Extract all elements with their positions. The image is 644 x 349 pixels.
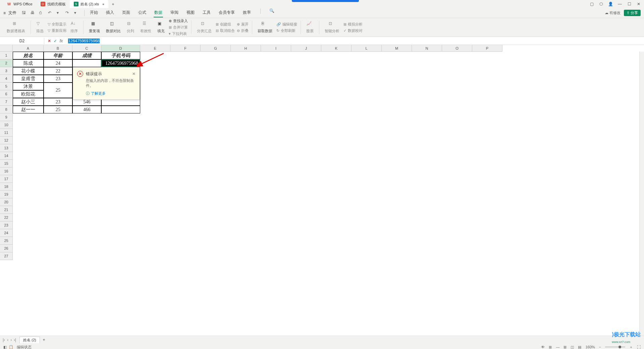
row-header-20[interactable]: 20	[0, 198, 13, 206]
sheet-tab-active[interactable]: 姓名 (2)	[19, 337, 40, 343]
data-cell[interactable]: 12647596975968	[101, 59, 140, 67]
ribbon-pivot[interactable]: ⊞ 数据透视表	[5, 19, 27, 36]
row-header-24[interactable]: 24	[0, 229, 13, 237]
data-cell[interactable]: 沐景	[13, 83, 44, 90]
record-icon[interactable]: ◧	[3, 345, 7, 349]
menu-tab-insert[interactable]: 插入	[105, 8, 115, 17]
cube-icon[interactable]: ⬡	[598, 1, 604, 7]
col-header-D[interactable]: D	[101, 45, 140, 52]
fx-icon[interactable]: fx	[60, 39, 63, 43]
data-cell[interactable]: 赵小三	[13, 98, 44, 106]
ribbon-expand[interactable]: ⊕展开	[237, 22, 249, 27]
data-cell[interactable]: 25	[44, 106, 72, 113]
row-header-12[interactable]: 12	[0, 137, 13, 144]
menu-tab-vip[interactable]: 会员专享	[218, 8, 235, 17]
ribbon-compare[interactable]: ◫ 数据对比	[104, 19, 123, 36]
col-header-C[interactable]: C	[72, 45, 101, 52]
row-header-25[interactable]: 25	[0, 237, 13, 245]
redo-icon[interactable]: ↷	[65, 10, 71, 16]
data-cell[interactable]: 24	[44, 59, 72, 67]
clipboard-icon[interactable]: 📋	[9, 345, 13, 349]
data-cell[interactable]	[72, 59, 101, 67]
ribbon-sort[interactable]: A↓ 排序	[68, 19, 80, 36]
sheet-last-icon[interactable]: ›|	[14, 338, 16, 342]
menu-tab-view[interactable]: 视图	[186, 8, 195, 17]
search-icon[interactable]: 🔍	[269, 8, 275, 14]
header-cell[interactable]: 成绩	[72, 52, 101, 59]
menu-tab-start[interactable]: 开始	[89, 8, 99, 17]
cancel-icon[interactable]: ✕	[48, 39, 51, 43]
sheet-next-icon[interactable]: ›	[10, 338, 12, 342]
row-header-7[interactable]: 7	[0, 98, 13, 106]
sheet-prev-icon[interactable]: ‹	[7, 338, 8, 342]
menu-tab-formula[interactable]: 公式	[138, 8, 147, 17]
data-cell[interactable]: 陈成	[13, 59, 44, 67]
select-all-corner[interactable]	[0, 45, 13, 52]
view-normal-icon[interactable]: ⊞	[564, 345, 567, 349]
redo-dropdown-icon[interactable]: ▾	[74, 10, 79, 16]
close-icon[interactable]: ✕	[636, 1, 641, 7]
file-menu[interactable]: 文件	[8, 10, 16, 16]
ribbon-dropdown[interactable]: ▾下拉列表	[169, 31, 188, 36]
ribbon-split[interactable]: ⊟ 分列	[125, 19, 136, 36]
add-sheet-button[interactable]: ＋	[42, 337, 46, 343]
col-header-L[interactable]: L	[352, 45, 382, 52]
row-header-2[interactable]: 2	[0, 59, 13, 67]
row-header-11[interactable]: 11	[0, 129, 13, 137]
row-header-4[interactable]: 4	[0, 75, 13, 83]
vertical-scrollbar[interactable]	[639, 52, 644, 336]
row-header-3[interactable]: 3	[0, 67, 13, 75]
ribbon-getdata[interactable]: ⎘ 获取数据	[256, 19, 274, 36]
ribbon-reapply[interactable]: ▽重新应用	[48, 28, 66, 33]
row-header-8[interactable]: 8	[0, 106, 13, 113]
data-cell[interactable]: 欧阳花	[13, 90, 44, 98]
tab-document[interactable]: S 姓名 (2).xls ●	[70, 0, 109, 8]
window-restore-icon[interactable]: ▢	[589, 1, 594, 7]
error-link[interactable]: ⓘ 了解更多	[86, 91, 136, 96]
row-header-23[interactable]: 23	[0, 221, 13, 229]
undo-dropdown-icon[interactable]: ▾	[57, 10, 62, 16]
confirm-icon[interactable]: ✓	[54, 39, 57, 43]
row-header-21[interactable]: 21	[0, 206, 13, 214]
ribbon-dedup[interactable]: ▦ 重复项	[87, 19, 102, 36]
col-header-I[interactable]: I	[261, 45, 291, 52]
data-cell[interactable]: 22	[44, 67, 72, 75]
row-header-16[interactable]: 16	[0, 167, 13, 175]
col-header-E[interactable]: E	[140, 45, 170, 52]
header-cell[interactable]: 姓名	[13, 52, 44, 59]
ribbon-validity[interactable]: ☰ 有效性	[138, 19, 153, 36]
save-icon[interactable]: 🖫	[22, 10, 27, 16]
ribbon-fill[interactable]: ▣ 填充	[155, 19, 167, 36]
row-header-19[interactable]: 19	[0, 191, 13, 198]
col-header-K[interactable]: K	[321, 45, 352, 52]
row-header-5[interactable]: 5	[0, 83, 13, 90]
zoom-out-icon[interactable]: −	[599, 345, 601, 349]
col-header-A[interactable]: A	[13, 45, 44, 52]
maximize-icon[interactable]: ☐	[627, 1, 632, 7]
ribbon-refresh[interactable]: ↻全部刷新	[276, 28, 297, 33]
avatar-icon[interactable]: 👤	[608, 1, 613, 7]
ribbon-filter[interactable]: ▽ 筛选	[34, 19, 46, 36]
grid-icon[interactable]: ⊞	[549, 345, 552, 349]
print-icon[interactable]: 🖶	[31, 10, 36, 16]
add-tab-button[interactable]: ＋	[111, 1, 115, 7]
menu-tab-review[interactable]: 审阅	[170, 8, 179, 17]
zoom-value[interactable]: 160%	[585, 345, 595, 349]
data-cell[interactable]: 23	[44, 98, 72, 106]
dash-icon[interactable]: —	[556, 345, 559, 349]
col-header-O[interactable]: O	[442, 45, 472, 52]
print-preview-icon[interactable]: ⎙	[39, 10, 45, 16]
row-header-17[interactable]: 17	[0, 175, 13, 183]
data-cell[interactable]: 赵一一	[13, 106, 44, 113]
ribbon-editlinks[interactable]: 🔗编辑链接	[276, 22, 297, 27]
col-header-M[interactable]: M	[382, 45, 412, 52]
row-header-14[interactable]: 14	[0, 152, 13, 160]
fullscreen-icon[interactable]: ⛶	[637, 345, 641, 349]
hamburger-icon[interactable]: ≡	[3, 11, 6, 15]
formula-input[interactable]: 12647596975968	[66, 38, 644, 44]
row-header-15[interactable]: 15	[0, 160, 13, 167]
row-header-9[interactable]: 9	[0, 113, 13, 121]
menu-tab-data[interactable]: 数据	[154, 8, 163, 17]
sheet-first-icon[interactable]: |‹	[3, 338, 5, 342]
share-button[interactable]: ⇪ 分享	[624, 10, 641, 16]
